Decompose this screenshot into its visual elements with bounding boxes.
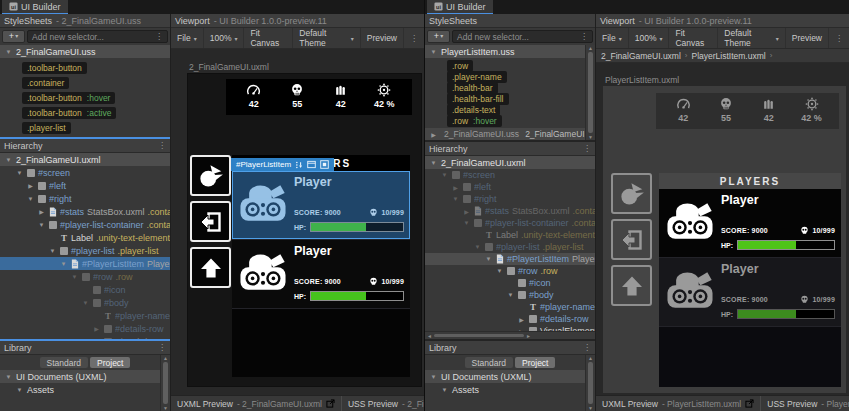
expander-arrow-icon[interactable]: ▼ [429, 374, 438, 380]
theme-dropdown[interactable]: Default Theme▾ [293, 28, 360, 48]
file-menu-button[interactable]: File▾ [596, 28, 629, 48]
zoom-dropdown[interactable]: 100%▾ [629, 28, 670, 48]
expander-arrow-icon[interactable]: ▼ [4, 49, 13, 55]
ext-link-icon[interactable] [326, 399, 335, 408]
library-tab-project[interactable]: Project [515, 357, 555, 368]
breadcrumb-item[interactable]: PlayerListItem.uxml [692, 51, 766, 61]
uss-selector-chip[interactable]: .details-text [447, 104, 500, 116]
hierarchy-item-player-list-container[interactable]: ▼#player-list-container.container [425, 217, 595, 229]
expander-arrow-icon[interactable]: ▼ [506, 292, 515, 298]
library-scrollbar[interactable]: ▲▼ [585, 355, 595, 411]
expander-arrow-icon[interactable]: ▼ [4, 157, 13, 163]
hierarchy-root-row[interactable]: ▼2_FinalGameUI.uxml [0, 153, 170, 166]
hierarchy-item-row[interactable]: ▼#row.row [425, 265, 595, 277]
preview-toggle-button[interactable]: Preview [786, 28, 829, 48]
expander-arrow-icon[interactable]: ▼ [440, 172, 449, 178]
library-menu-icon[interactable]: ⋮ [583, 343, 591, 352]
hierarchy-header[interactable]: Hierarchy⋮ [0, 139, 170, 153]
uss-selector-row[interactable]: .row [425, 60, 595, 71]
hierarchy-item-body[interactable]: ▼#body [425, 289, 595, 301]
scroll-right-arrow-icon[interactable]: ► [526, 333, 531, 339]
fit-canvas-button[interactable]: Fit Canvas [669, 28, 718, 48]
expander-arrow-icon[interactable]: ▶ [37, 208, 46, 215]
library-tab-standard[interactable]: Standard [465, 357, 514, 368]
up-arrow-button[interactable] [611, 265, 652, 306]
hierarchy-menu-icon[interactable]: ⋮ [583, 144, 591, 153]
uss-selector-row[interactable]: .container [0, 75, 170, 90]
canvas-title[interactable]: 2_FinalGameUI.uxml [187, 60, 422, 73]
expander-arrow-icon[interactable]: ▶ [517, 316, 526, 323]
uss-selector-row[interactable]: .details-text [425, 104, 595, 115]
library-item-ui-documents-uxml-[interactable]: ▼UI Documents (UXML) [0, 370, 170, 383]
expander-arrow-icon[interactable]: ▼ [15, 170, 24, 176]
expander-arrow-icon[interactable]: ▼ [81, 300, 90, 306]
expander-arrow-icon[interactable]: ▼ [15, 387, 24, 393]
hierarchy-item-screen[interactable]: ▼#screen [425, 169, 595, 181]
scrollbar-thumb[interactable] [588, 362, 593, 404]
player-list[interactable]: PLAYERSPlayerSCORE: 900010/999HP:#Player… [232, 155, 410, 377]
preview-pane-toggle[interactable]: USS Preview- 2_FinalGameUI.uss [342, 396, 424, 411]
uss-root-row[interactable]: ▼2_FinalGameUI.uss [0, 45, 170, 58]
hierarchy-item-visualelement[interactable]: ▶VisualElement [0, 335, 170, 339]
selection-menu-icon[interactable] [295, 161, 303, 169]
expander-arrow-icon[interactable]: ▼ [495, 268, 504, 274]
hierarchy-item-player-list-container[interactable]: ▼#player-list-container.container [0, 218, 170, 231]
breadcrumb-item[interactable]: 2_FinalGameUI.uxml [601, 51, 681, 61]
scroll-up-arrow-icon[interactable]: ▲ [163, 355, 168, 361]
add-selector-button[interactable]: +▾ [2, 30, 25, 43]
expander-arrow-icon[interactable]: ▶ [92, 338, 101, 339]
exit-button[interactable] [190, 201, 231, 242]
uss-selector-row[interactable]: .toolbar-button:hover [0, 90, 170, 105]
hierarchy-item-details-row[interactable]: ▶#details-row [0, 322, 170, 335]
uss-selector-chip[interactable]: .container [22, 77, 69, 89]
expander-arrow-icon[interactable]: ▼ [484, 256, 493, 262]
scroll-down-arrow-icon[interactable]: ▼ [163, 405, 168, 411]
library-item-assets[interactable]: ▼Assets [425, 383, 595, 396]
expander-arrow-icon[interactable]: ▼ [4, 374, 13, 380]
library-item-ui-documents-uxml-[interactable]: ▼UI Documents (UXML) [425, 370, 595, 383]
preview-toggle-button[interactable]: Preview [361, 28, 404, 48]
viewport-menu-kebab-icon[interactable]: ⋮ [404, 28, 424, 48]
hierarchy-item-stats[interactable]: ▶#statsStatsBox.uxml.container [425, 205, 595, 217]
library-tab-standard[interactable]: Standard [40, 357, 89, 368]
scroll-down-arrow-icon[interactable]: ▼ [588, 405, 593, 411]
hierarchy-menu-icon[interactable]: ⋮ [158, 141, 166, 150]
hierarchy-item-body[interactable]: ▼#body [0, 296, 170, 309]
options-kebab-icon[interactable]: ⋮ [580, 32, 588, 41]
expander-arrow-icon[interactable]: ▼ [37, 222, 46, 228]
preview-pane-toggle[interactable]: UXML Preview- PlayerListItem.uxml [596, 396, 761, 411]
ui-builder-tab[interactable]: uiUI Builder [427, 0, 493, 14]
scroll-left-arrow-icon[interactable]: ◄ [427, 333, 432, 339]
stats-box[interactable]: 42554242 % [656, 93, 839, 129]
scroll-down-arrow-icon[interactable]: ▼ [588, 134, 593, 140]
player-list-item[interactable]: PlayerSCORE: 900010/999HP: [659, 258, 841, 327]
hierarchy-item-right[interactable]: ▼#right [425, 193, 595, 205]
hierarchy-item-player-name[interactable]: T#player-name.unity-text-element [0, 309, 170, 322]
uss-selector-chip[interactable]: .health-bar [447, 82, 498, 94]
scrollbar-thumb[interactable] [163, 362, 168, 404]
viewport-header[interactable]: Viewport- UI Builder 1.0.0-preview.11 [596, 14, 849, 28]
preview-pane-toggle[interactable]: UXML Preview- 2_FinalGameUI.uxml [171, 396, 342, 411]
uss-selector-row[interactable]: .toolbar-button [0, 60, 170, 75]
scrollbar-thumb[interactable] [434, 334, 524, 337]
expander-arrow-icon[interactable]: ▶ [26, 182, 35, 189]
hierarchy-item-player-name[interactable]: T#player-name.unity-text-e [425, 301, 595, 313]
hierarchy-item-icon[interactable]: #icon [0, 283, 170, 296]
expander-arrow-icon[interactable]: ▼ [451, 196, 460, 202]
hierarchy-item-label[interactable]: TLabel.unity-text-element .unity-la [0, 231, 170, 244]
hierarchy-item-left[interactable]: ▶#left [0, 179, 170, 192]
add-selector-button[interactable]: +▾ [427, 30, 450, 43]
hierarchy-item-playerlistitem[interactable]: ▼#PlayerListItemPlayerListItem.uxml [0, 257, 170, 270]
hierarchy-item-stats[interactable]: ▶#statsStatsBox.uxml.container [0, 205, 170, 218]
stylesheets-header[interactable]: StyleSheets- 2_FinalGameUI.uss [0, 14, 170, 28]
expander-arrow-icon[interactable]: ▼ [48, 248, 57, 254]
hierarchy-item-row[interactable]: ▼#row.row [0, 270, 170, 283]
uss-selector-row[interactable]: .player-list [0, 120, 170, 135]
uss-selector-row[interactable]: .health-bar-fill [425, 93, 595, 104]
hierarchy-h-scrollbar[interactable]: ◄► [425, 331, 595, 339]
library-scrollbar[interactable]: ▲▼ [160, 355, 170, 411]
hierarchy-item-player-list[interactable]: ▼#player-list.player-list [425, 241, 595, 253]
player-list-item[interactable]: PlayerSCORE: 900010/999HP: [659, 189, 841, 258]
file-menu-button[interactable]: File▾ [171, 28, 204, 48]
uss-selector-chip[interactable]: .player-list [22, 122, 71, 134]
